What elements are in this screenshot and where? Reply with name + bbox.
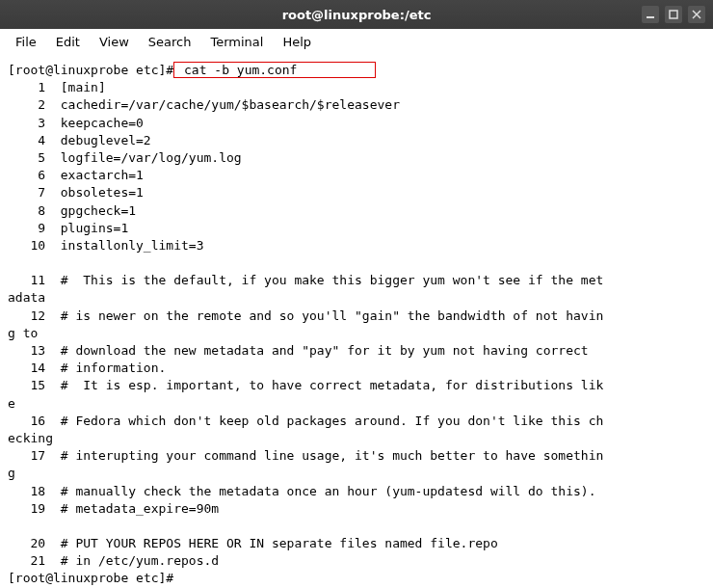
terminal-output-line: cachedir=/var/cache/yum/$basearch/$relea… (61, 97, 400, 112)
line-number: 3 (8, 115, 45, 132)
terminal-output-line: obsoletes=1 (61, 185, 144, 200)
line-number: 13 (8, 342, 45, 360)
terminal-output-line: [main] (61, 80, 106, 94)
line-number: 4 (8, 132, 45, 149)
menu-terminal[interactable]: Terminal (202, 33, 271, 51)
terminal-output-line: # It is esp. important, to have correct … (61, 378, 604, 392)
terminal-output-line: # metadata_expire=90m (61, 501, 219, 516)
line-number: 15 (8, 377, 45, 394)
terminal-output-line: keepcache=0 (61, 116, 144, 130)
menu-help[interactable]: Help (275, 33, 319, 51)
line-number: 9 (8, 220, 45, 237)
terminal-output-line: installonly_limit=3 (61, 238, 204, 253)
line-number: 19 (8, 500, 45, 518)
line-number: 2 (8, 96, 45, 114)
terminal-output-wrap: ecking (8, 431, 53, 445)
terminal-area[interactable]: [root@linuxprobe etc]# cat -b yum.conf 1… (0, 56, 713, 588)
line-number: 21 (8, 552, 45, 570)
terminal-output-line: exactarch=1 (61, 168, 144, 182)
terminal-prompt: [root@linuxprobe etc]# (8, 63, 173, 77)
terminal-output-line: # in /etc/yum.repos.d (61, 553, 219, 568)
terminal-output-line: gpgcheck=1 (61, 203, 136, 218)
menubar: File Edit View Search Terminal Help (0, 29, 713, 56)
terminal-output-line: # is newer on the remote and so you'll "… (61, 308, 604, 323)
terminal-output-wrap: adata (8, 290, 45, 305)
window-title: root@linuxprobe:/etc (282, 8, 432, 22)
line-number: 17 (8, 447, 45, 465)
terminal-output-line: # PUT YOUR REPOS HERE OR IN separate fil… (61, 536, 498, 550)
window-titlebar: root@linuxprobe:/etc (0, 0, 713, 29)
line-number: 14 (8, 360, 45, 377)
menu-search[interactable]: Search (141, 33, 199, 51)
close-button[interactable] (688, 6, 705, 23)
terminal-output-wrap: g to (8, 326, 38, 340)
line-number: 6 (8, 167, 45, 184)
line-number: 20 (8, 535, 45, 552)
line-number: 11 (8, 272, 45, 289)
maximize-button[interactable] (665, 6, 682, 23)
line-number: 8 (8, 202, 45, 220)
line-number: 10 (8, 237, 45, 254)
minimize-button[interactable] (642, 6, 659, 23)
line-number: 1 (8, 79, 45, 96)
terminal-output-wrap: g (8, 466, 15, 480)
svg-rect-1 (670, 11, 677, 18)
terminal-output-line: # interupting your command line usage, i… (61, 448, 604, 463)
terminal-output-line: plugins=1 (61, 221, 128, 235)
terminal-output-line: # download the new metadata and "pay" fo… (61, 343, 589, 358)
terminal-output-line: # manually check the metadata once an ho… (61, 484, 596, 498)
line-number: 12 (8, 307, 45, 325)
line-number: 16 (8, 413, 45, 430)
menu-edit[interactable]: Edit (48, 33, 88, 51)
terminal-output-line: # This is the default, if you make this … (61, 273, 604, 287)
terminal-output-line: # information. (61, 361, 167, 375)
terminal-output-wrap: e (8, 396, 15, 411)
terminal-output-line: # Fedora which don't keep old packages a… (61, 414, 604, 428)
terminal-command: cat -b yum.conf (173, 62, 376, 78)
terminal-prompt: [root@linuxprobe etc]# (8, 571, 173, 585)
line-number: 18 (8, 483, 45, 500)
menu-view[interactable]: View (92, 33, 137, 51)
terminal-output-line: logfile=/var/log/yum.log (61, 150, 242, 165)
menu-file[interactable]: File (8, 33, 44, 51)
line-number: 5 (8, 149, 45, 167)
terminal-output-line: debuglevel=2 (61, 133, 151, 147)
line-number: 7 (8, 184, 45, 201)
